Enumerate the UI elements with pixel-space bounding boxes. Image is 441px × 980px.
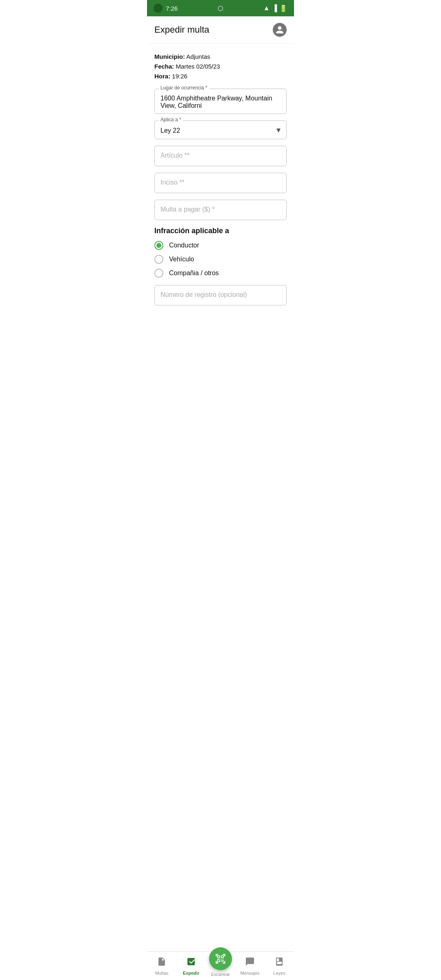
bottom-input-area: Número de registro (opcional) — [147, 285, 294, 346]
status-bar: 7:26 ⬡ ▲ ▐ 🔋 — [147, 0, 294, 16]
info-block: Municipio: Adjuntas Fecha: Martes 02/05/… — [154, 52, 287, 81]
nav-escanear-label: Escanear — [211, 972, 230, 977]
aplica-dropdown[interactable]: Aplica a * Ley 22 ▾ — [154, 120, 287, 139]
status-bar-left: 7:26 — [154, 4, 178, 13]
nav-multas-label: Multas — [155, 971, 168, 976]
radio-conductor-inner — [156, 243, 161, 248]
lugar-field-group: Lugar de ocurrencia * 1600 Amphitheatre … — [154, 89, 287, 114]
radio-conductor-label: Conductor — [169, 242, 199, 249]
nav-item-leyes[interactable]: Leyes — [265, 957, 294, 976]
articulo-field[interactable]: Artículo ** — [154, 146, 287, 166]
radio-vehiculo-outer — [154, 255, 163, 264]
radio-compania[interactable]: Compañia / otros — [154, 269, 287, 278]
hora-label: Hora: — [154, 73, 170, 80]
radio-conductor-outer — [154, 241, 163, 250]
multa-placeholder: Multa a pagar ($) * — [160, 204, 281, 216]
lugar-value: 1600 Amphitheatre Parkway, Mountain View… — [160, 93, 281, 109]
radio-vehiculo-label: Vehículo — [169, 256, 194, 263]
leyes-icon — [274, 957, 284, 969]
nav-item-mensajes[interactable]: Mensajes — [235, 957, 265, 976]
multas-icon — [157, 957, 167, 969]
radio-compania-label: Compañia / otros — [169, 270, 219, 277]
status-right-icons: ▲ ▐ 🔋 — [263, 4, 287, 12]
radio-vehiculo[interactable]: Vehículo — [154, 255, 287, 264]
inciso-field-group: Inciso ** — [154, 173, 287, 193]
nav-expedir-label: Expedir — [183, 971, 199, 976]
status-circle-icon — [154, 4, 163, 13]
infraccion-title: Infracción aplicable a — [154, 227, 287, 235]
nav-item-escanear[interactable]: Escanear — [206, 956, 235, 977]
nav-item-expedir[interactable]: Expedir — [176, 957, 206, 976]
nav-leyes-label: Leyes — [273, 971, 285, 976]
municipio-label: Municipio: — [154, 53, 185, 60]
fecha-label: Fecha: — [154, 63, 174, 70]
aplica-field-group: Aplica a * Ley 22 ▾ — [154, 120, 287, 139]
aplica-label: Aplica a * — [159, 117, 183, 122]
avatar[interactable] — [273, 23, 287, 37]
inciso-field[interactable]: Inciso ** — [154, 173, 287, 193]
hora-value: 19:26 — [172, 73, 187, 80]
expedir-icon — [186, 957, 196, 969]
radio-conductor[interactable]: Conductor — [154, 241, 287, 250]
header: Expedir multa — [147, 16, 294, 44]
articulo-field-group: Artículo ** — [154, 146, 287, 166]
hora-line: Hora: 19:26 — [154, 71, 287, 81]
municipio-value: Adjuntas — [186, 53, 210, 60]
articulo-placeholder: Artículo ** — [160, 150, 281, 162]
municipio-line: Municipio: Adjuntas — [154, 52, 287, 62]
battery-icon: 🔋 — [279, 4, 287, 12]
chevron-down-icon: ▾ — [276, 125, 281, 135]
lugar-field[interactable]: Lugar de ocurrencia * 1600 Amphitheatre … — [154, 89, 287, 114]
aplica-value: Ley 22 — [160, 125, 180, 134]
signal-icon: ▐ — [272, 4, 277, 12]
lugar-label: Lugar de ocurrencia * — [159, 85, 209, 91]
fecha-value: Martes 02/05/23 — [176, 63, 220, 70]
escanear-fab[interactable] — [209, 947, 232, 970]
page-title: Expedir multa — [154, 24, 209, 35]
mensajes-icon — [245, 957, 255, 969]
multa-field-group: Multa a pagar ($) * — [154, 200, 287, 220]
inciso-placeholder: Inciso ** — [160, 177, 281, 189]
bottom-nav: Multas Expedir Escanear Mensajes — [147, 951, 294, 980]
radio-compania-outer — [154, 269, 163, 278]
infraccion-section: Infracción aplicable a Conductor Vehícul… — [154, 227, 287, 278]
multa-field[interactable]: Multa a pagar ($) * — [154, 200, 287, 220]
main-content: Municipio: Adjuntas Fecha: Martes 02/05/… — [147, 44, 294, 278]
status-center-icon: ⬡ — [218, 4, 223, 12]
wifi-icon: ▲ — [263, 4, 270, 12]
nav-mensajes-label: Mensajes — [240, 971, 259, 976]
fecha-line: Fecha: Martes 02/05/23 — [154, 62, 287, 71]
radio-group: Conductor Vehículo Compañia / otros — [154, 241, 287, 278]
registro-field[interactable]: Número de registro (opcional) — [154, 285, 287, 305]
registro-placeholder: Número de registro (opcional) — [160, 290, 281, 301]
nav-item-multas[interactable]: Multas — [147, 957, 176, 976]
status-time: 7:26 — [166, 5, 178, 12]
